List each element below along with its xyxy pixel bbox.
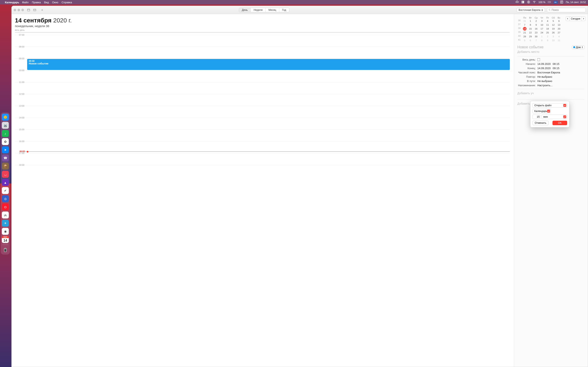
viber-icon[interactable]: ☎ <box>2 155 9 161</box>
pocket-icon[interactable]: ◡ <box>2 171 9 178</box>
hour-row[interactable]: 07:00 <box>15 35 294 47</box>
svg-rect-17 <box>34 9 36 11</box>
toolbar: ＋ ДеньНеделяМесяцГод Восточная Европа ▲▼ <box>12 6 294 14</box>
hour-label: 18:00 <box>19 164 24 166</box>
calendars-toggle-button[interactable] <box>26 8 31 12</box>
inbox-button[interactable] <box>33 8 37 12</box>
hour-label: 16:00 <box>19 140 24 142</box>
hour-row[interactable]: 18:00 <box>15 165 294 177</box>
menu-edit[interactable]: Правка <box>32 1 41 4</box>
view-tab-2[interactable]: Месяц <box>266 8 279 12</box>
menu-view[interactable]: Вид <box>44 1 49 4</box>
hour-row[interactable]: 11:00 <box>15 82 294 94</box>
hour-row[interactable]: 13:00 <box>15 106 294 118</box>
all-day-row: весь день <box>15 29 294 33</box>
hour-row[interactable]: 08:00 <box>15 47 294 58</box>
calendar-window: ＋ ДеньНеделяМесяцГод Восточная Европа ▲▼… <box>11 6 294 184</box>
affinity-icon[interactable]: ▲ <box>2 179 9 184</box>
day-view: 14 сентября 2020 г. понедельник, неделя … <box>12 14 294 184</box>
all-day-label: весь день <box>15 29 294 31</box>
hour-row[interactable]: 15:00 <box>15 129 294 141</box>
window-controls[interactable] <box>14 9 24 11</box>
menubar: Календарь Файл Правка Вид Окно Справка 1… <box>0 0 294 4</box>
hour-row[interactable]: 17:00 <box>15 153 294 165</box>
maps-icon[interactable]: ➤ <box>2 146 9 153</box>
hour-label: 15:00 <box>19 128 24 131</box>
hour-label: 11:00 <box>19 81 24 83</box>
now-label: 16:52 <box>19 150 25 152</box>
spotify-icon[interactable]: ♪ <box>2 130 9 137</box>
menu-help[interactable]: Справка <box>62 1 72 4</box>
view-tab-0[interactable]: День <box>239 8 251 12</box>
menu-window[interactable]: Окно <box>52 1 58 4</box>
hour-row[interactable]: 12:00 <box>15 94 294 106</box>
event-name: Новое событие <box>29 62 294 65</box>
hour-label: 10:00 <box>19 69 24 72</box>
app-menu[interactable]: Календарь <box>5 1 19 4</box>
view-switcher: ДеньНеделяМесяцГод <box>239 8 289 12</box>
page-subtitle: понедельник, неделя 38 <box>15 24 294 28</box>
hour-label: 12:00 <box>19 93 24 95</box>
add-event-button[interactable]: ＋ <box>40 8 44 12</box>
hour-row[interactable]: 10:00 <box>15 70 294 82</box>
svg-rect-15 <box>27 9 30 11</box>
menu-file[interactable]: Файл <box>22 1 29 4</box>
hour-label: 09:00 <box>19 57 24 60</box>
hour-label: 13:00 <box>19 105 24 107</box>
event-block[interactable]: 09:00Новое событие <box>27 59 294 70</box>
scanner-icon[interactable]: 🖨️ <box>2 122 9 129</box>
page-date: 14 сентября 2020 г. <box>15 17 294 24</box>
view-tab-1[interactable]: Неделя <box>251 8 266 12</box>
package-icon[interactable]: 📦 <box>2 163 9 170</box>
event-time: 09:00 <box>29 60 294 62</box>
photos-icon[interactable]: ✿ <box>2 138 9 145</box>
view-tab-3[interactable]: Год <box>279 8 289 12</box>
now-indicator: 16:52 <box>19 151 294 152</box>
hour-row[interactable]: 14:00 <box>15 118 294 129</box>
dock: 🙂🖨️♪✿➤☎📦◡▲✔◎OiA✈◉СЕНТ14 <box>1 113 10 184</box>
hour-label: 07:00 <box>19 34 24 36</box>
hour-label: 08:00 <box>19 45 24 48</box>
finder-icon[interactable]: 🙂 <box>2 114 9 121</box>
hour-grid[interactable]: 07:0008:0009:0010:0011:0012:0013:0014:00… <box>15 35 294 184</box>
hour-label: 14:00 <box>19 117 24 119</box>
